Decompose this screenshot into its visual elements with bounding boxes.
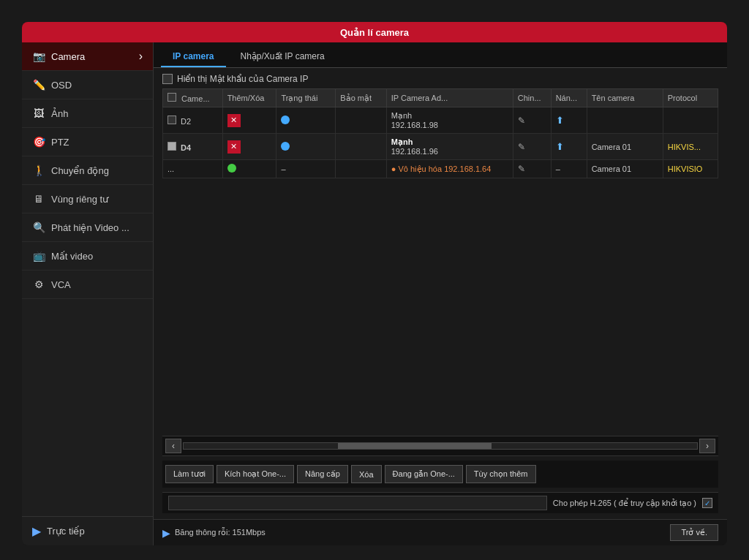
sidebar-live[interactable]: ▶ Trực tiếp [22, 517, 153, 545]
th-ip: IP Camera Ad... [386, 89, 513, 107]
cell-id-d2: D2 [163, 107, 223, 134]
sidebar-label-osd: OSD [51, 80, 72, 91]
refresh-button[interactable]: Làm tươi [165, 465, 214, 483]
connect-button[interactable]: Đang gắn One-... [385, 465, 463, 483]
table-row: D4 ✕ Mạnh [163, 134, 718, 160]
h265-checkbox[interactable]: ✓ [702, 498, 712, 508]
sidebar-item-vca[interactable]: ⚙ VCA [22, 270, 153, 299]
sidebar-label-chuyen-dong: Chuyển động [51, 165, 109, 176]
sidebar-label-vung-rieng: Vùng riêng tư [51, 194, 108, 205]
sidebar-item-ptz[interactable]: 🎯 PTZ [22, 128, 153, 156]
sidebar-label-camera: Camera [51, 51, 85, 62]
cell-ip-dot: ● Vô hiệu hóa 192.168.1.64 [386, 160, 513, 178]
custom-button[interactable]: Tùy chọn thêm [466, 465, 536, 483]
scroll-track[interactable] [183, 442, 698, 450]
sidebar-label-ptz: PTZ [51, 137, 69, 148]
cell-name-dot: Camera 01 [587, 160, 663, 178]
cell-id-d4: D4 [163, 134, 223, 160]
show-password-label: Hiển thị Mật khẩu của Camera IP [177, 74, 308, 84]
h265-input[interactable] [168, 496, 547, 510]
sidebar-label-anh: Ảnh [51, 108, 68, 119]
title-bar: Quản lí camera [22, 22, 727, 42]
cell-ip-d4: Mạnh 192.168.1.96 [386, 134, 513, 160]
cell-security-dot [336, 160, 386, 178]
th-chin: Chin... [513, 89, 551, 107]
sidebar-label-phat-hien: Phát hiện Video ... [51, 222, 129, 233]
cell-add-dot [222, 160, 276, 178]
table-row: ... – [163, 160, 718, 178]
cell-nan-dot: – [551, 160, 587, 178]
live-footer-icon: ▶ [162, 527, 170, 539]
status-dot-add [227, 164, 236, 173]
back-button[interactable]: Trở về. [670, 524, 718, 541]
cell-name-d2 [587, 107, 663, 134]
cell-chin-d4: ✎ [513, 134, 551, 160]
cell-nan-d2: ⬆ [551, 107, 587, 134]
content-area: IP camera Nhập/Xuất IP camera Hiển thị M… [154, 42, 727, 545]
cell-add-d2: ✕ [222, 107, 276, 134]
tab-ip-camera[interactable]: IP camera [161, 47, 226, 67]
title-label: Quản lí camera [340, 27, 409, 38]
th-came: Came... [163, 89, 223, 107]
delete-d2-button[interactable]: ✕ [227, 114, 241, 127]
th-status: Trạng thái [276, 89, 336, 107]
h265-row: Cho phép H.265 ( để truy cập khởi tạo ) … [162, 492, 718, 513]
sidebar-item-mat-video[interactable]: 📺 Mất video [22, 242, 153, 270]
sidebar-item-chuyen-dong[interactable]: 🚶 Chuyển động [22, 156, 153, 185]
h265-label: Cho phép H.265 ( để truy cập khởi tạo ) [553, 499, 696, 508]
sidebar-item-anh[interactable]: 🖼 Ảnh [22, 99, 153, 128]
th-add: Thêm/Xóa [222, 89, 276, 107]
cell-add-d4: ✕ [222, 134, 276, 160]
cell-id-dot: ... [163, 160, 223, 178]
cell-protocol-dot: HIKVISIO [663, 160, 718, 178]
scroll-left-button[interactable]: ‹ [165, 439, 181, 453]
motion-icon: 🚶 [32, 164, 45, 177]
camera-icon: 📷 [32, 50, 45, 63]
camera-table-container: Came... Thêm/Xóa Trạng thái Bảo mật IP C… [162, 88, 718, 178]
vca-icon: ⚙ [32, 278, 45, 291]
th-security: Bảo mật [336, 89, 386, 107]
cell-security-d4 [336, 134, 386, 160]
ptz-icon: 🎯 [32, 135, 45, 148]
sidebar-item-vung-rieng[interactable]: 🖥 Vùng riêng tư [22, 185, 153, 213]
cell-nan-d4: ⬆ [551, 134, 587, 160]
sidebar-label-mat-video: Mất video [51, 251, 93, 262]
spacer [162, 183, 718, 431]
sidebar: 📷 Camera ✏️ OSD 🖼 Ảnh 🎯 PTZ 🚶 Chuyển độn… [22, 42, 154, 545]
sidebar-item-osd[interactable]: ✏️ OSD [22, 71, 153, 99]
status-dot-d2 [281, 116, 290, 124]
sidebar-item-camera[interactable]: 📷 Camera [22, 42, 153, 71]
image-icon: 🖼 [32, 107, 45, 120]
cell-status-d2 [276, 107, 336, 134]
delete-button[interactable]: Xóa [351, 465, 382, 483]
live-icon: ▶ [32, 524, 41, 538]
camera-table: Came... Thêm/Xóa Trạng thái Bảo mật IP C… [162, 88, 718, 178]
scroll-right-button[interactable]: › [699, 439, 715, 453]
delete-d4-button[interactable]: ✕ [227, 140, 241, 154]
cell-status-dot: – [276, 160, 336, 178]
cell-protocol-d4: HIKVIS... [663, 134, 718, 160]
cell-ip-d2: Mạnh 192.168.1.98 [386, 107, 513, 134]
privacy-icon: 🖥 [32, 192, 45, 205]
upgrade-button[interactable]: Nâng cấp [297, 465, 348, 483]
footer: ▶ Băng thông rỗi: 151Mbps Trở về. [154, 519, 727, 545]
sidebar-item-phat-hien[interactable]: 🔍 Phát hiện Video ... [22, 213, 153, 242]
th-nan: Nán... [551, 89, 587, 107]
bottom-buttons: Làm tươi Kích hoạt One-... Nâng cấp Xóa … [162, 461, 718, 488]
th-protocol: Protocol [663, 89, 718, 107]
screen: Quản lí camera 📷 Camera ✏️ OSD 🖼 Ảnh 🎯 P… [22, 22, 727, 545]
th-name: Tên camera [587, 89, 663, 107]
cell-name-d4: Camera 01 [587, 134, 663, 160]
table-row: D2 ✕ Mạnh [163, 107, 718, 134]
sidebar-label-vca: VCA [51, 279, 71, 290]
sidebar-live-label: Trực tiếp [47, 526, 85, 537]
show-password-checkbox[interactable] [162, 74, 173, 84]
cell-status-d4 [276, 134, 336, 160]
cell-security-d2 [336, 107, 386, 134]
status-dot-d4 [281, 142, 290, 151]
cell-protocol-d2 [663, 107, 718, 134]
show-password-row: Hiển thị Mật khẩu của Camera IP [162, 74, 718, 84]
tab-import-export[interactable]: Nhập/Xuất IP camera [229, 47, 336, 67]
cell-chin-dot: ✎ [513, 160, 551, 178]
activate-button[interactable]: Kích hoạt One-... [217, 465, 294, 483]
